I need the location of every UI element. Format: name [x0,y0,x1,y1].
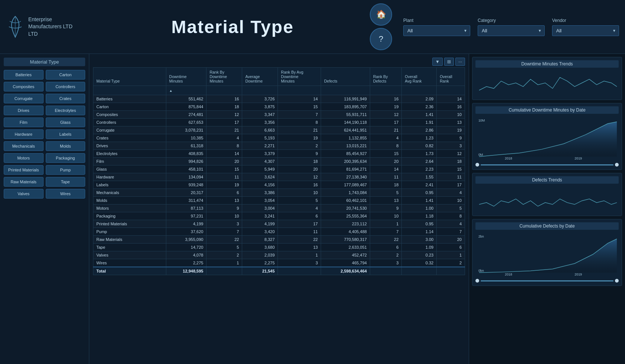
svg-text:2019: 2019 [575,273,582,276]
sidebar-btn-drives[interactable]: Drives [4,106,44,115]
sidebar-btn-tape[interactable]: Tape [46,177,86,187]
table-row[interactable]: Tape14,72053,680132,633,05161.096 [93,244,465,251]
table-cell-4: 11 [278,228,321,236]
table-row[interactable]: Controllers627,653173,3568144,190,118171… [93,119,465,126]
table-row[interactable]: Pump37,62073,420114,405,48871.147 [93,228,465,236]
table-row[interactable]: Corrugate3,078,231216,66321624,441,95121… [93,126,465,134]
sidebar-btn-printed-materials[interactable]: Printed Materials [4,165,44,175]
table-cell-3: 2,039 [242,251,278,259]
category-select[interactable]: All [478,25,545,36]
col-header-2[interactable]: Rank ByDowntimeMinutes [206,68,242,86]
table-row[interactable]: Drives61,31882,271213,015,22180.823 [93,142,465,150]
cumulative-downtime-slider[interactable] [475,163,619,167]
sidebar-btn-corrugate[interactable]: Corrugate [4,94,44,103]
table-cell-4: 4 [278,204,321,212]
table-cell-1: 875,844 [166,103,206,111]
sidebar-btn-packaging[interactable]: Packaging [46,153,86,163]
more-button[interactable]: ··· [455,58,465,66]
svg-text:2019: 2019 [575,157,582,160]
table-row[interactable]: Crates10,38545,193191,132,85541.239 [93,134,465,142]
table-cell-4: 9 [278,150,321,158]
table-row[interactable]: Packaging97,231103,241625,555,364101.188 [93,212,465,220]
plant-select-wrapper: All ▼ [403,25,470,36]
table-row[interactable]: Glass458,101155,9492081,694,271142.2315 [93,165,465,173]
sidebar-btn-composites[interactable]: Composites [4,82,44,91]
table-cell-5: 116,991,949 [321,95,370,103]
col-header-4[interactable]: Rank By AvgDowntimeMinutes [278,68,321,86]
table-row[interactable]: Composites274,481123,347755,931,711121.4… [93,111,465,119]
filter-button[interactable]: ▼ [432,58,443,66]
col-header-0[interactable]: Material Type [93,68,166,86]
sidebar-btn-hardware[interactable]: Hardware [4,129,44,139]
table-cell-6: 19 [370,103,401,111]
table-cell-6: 18 [370,181,401,189]
table-cell-8: 4 [437,220,465,228]
sidebar-btn-controllers[interactable]: Controllers [46,82,86,91]
total-cell-7 [402,267,437,275]
table-cell-2: 6 [206,189,242,197]
table-cell-5: 223,112 [321,220,370,228]
defects-trends-title: Defects Trends [475,176,619,184]
table-cell-4: 13 [278,244,321,251]
sidebar-btn-labels[interactable]: Labels [46,129,86,139]
sidebar-btn-valves[interactable]: Valves [4,189,44,199]
plant-select[interactable]: All [403,25,470,36]
sidebar-btn-film[interactable]: Film [4,117,44,127]
col-header-6[interactable]: Rank ByDefects [370,68,401,86]
sidebar-btn-batteries[interactable]: Batteries [4,70,44,80]
table-cell-2: 3 [206,220,242,228]
home-button[interactable]: 🏠 [370,3,392,26]
sidebar-btn-carton[interactable]: Carton [46,70,86,80]
table-cell-2: 10 [206,212,242,220]
sidebar-btn-pump[interactable]: Pump [46,165,86,175]
sidebar-btn-wires[interactable]: Wires [46,189,86,199]
table-cell-0: Valves [93,251,166,259]
table-row[interactable]: Mechanicals20,31763,386101,743,08450.954 [93,189,465,197]
cumulative-defects-slider[interactable] [475,279,619,283]
table-cell-7: 0.23 [402,251,437,259]
table-cell-6: 6 [370,244,401,251]
table-row[interactable]: Carton875,844183,87515183,895,707192.361… [93,103,465,111]
cumulative-defects-title: Cumulative Defects by Date [475,222,619,230]
sidebar-btn-molds[interactable]: Molds [46,141,86,151]
table-row[interactable]: Printed Materials4,19934,19917223,11210.… [93,220,465,228]
table-cell-7: 1.91 [402,119,437,126]
col-header-3[interactable]: AverageDowntime [242,68,278,86]
table-row[interactable]: Valves4,07822,0391452,47220.231 [93,251,465,259]
sidebar-btn-electrolytes[interactable]: Electrolytes [46,106,86,115]
table-row[interactable]: Molds311,474133,054560,462,101131.4110 [93,197,465,204]
grid-button[interactable]: ⊞ [444,58,454,66]
sidebar-btn-glass[interactable]: Glass [46,117,86,127]
content: ▼ ⊞ ··· Material TypeDowntimeMinutesRank… [89,54,469,364]
table-row[interactable]: Hardware134,094113,6241227,138,340111.55… [93,173,465,181]
col-header-5[interactable]: Defects [321,68,370,86]
table-row[interactable]: Film994,826204,30718200,395,634202.6418 [93,158,465,165]
svg-text:0bn: 0bn [478,269,484,273]
sidebar-btn-motors[interactable]: Motors [4,153,44,163]
table-cell-6: 4 [370,134,401,142]
sidebar-btn-raw-materials[interactable]: Raw Materials [4,177,44,187]
table-row[interactable]: Electrolytes408,835143,379985,454,927151… [93,150,465,158]
table-cell-8: 10 [437,197,465,204]
table-row[interactable]: Motors87,11393,004420,741,53091.005 [93,204,465,212]
help-button[interactable]: ? [370,28,392,50]
table-cell-1: 61,318 [166,142,206,150]
sidebar-btn-mechanicals[interactable]: Mechanicals [4,141,44,151]
vendor-select[interactable]: All [552,25,619,36]
col-header-1[interactable]: DowntimeMinutes [166,68,206,86]
table-row[interactable]: Raw Materials3,955,090228,32722770,580,3… [93,236,465,244]
table-row[interactable]: Labels939,248194,15616177,089,467182.411… [93,181,465,189]
table-row[interactable]: Batteries551,462163,72614116,991,949162.… [93,95,465,103]
table-cell-4: 18 [278,158,321,165]
table-cell-6: 7 [370,228,401,236]
table-cell-5: 183,895,707 [321,103,370,111]
col-header-7[interactable]: OverallAvg Rank [402,68,437,86]
table-cell-6: 14 [370,165,401,173]
sidebar-btn-crates[interactable]: Crates [46,94,86,103]
table-cell-3: 4,199 [242,220,278,228]
table-row[interactable]: Wires2,27512,2753465,79430.322 [93,259,465,267]
table-cell-7: 2.86 [402,126,437,134]
table-cell-6: 22 [370,236,401,244]
col-header-8[interactable]: OverallRank [437,68,465,86]
table-cell-7: 1.41 [402,197,437,204]
